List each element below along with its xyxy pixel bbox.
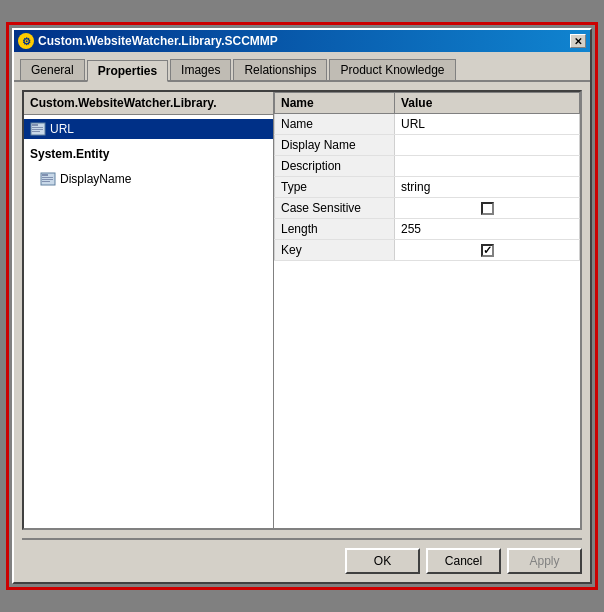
table-row: Typestring	[275, 177, 580, 198]
prop-value-5: 255	[395, 219, 580, 240]
prop-name-5: Length	[275, 219, 395, 240]
prop-value-0: URL	[395, 114, 580, 135]
tab-images[interactable]: Images	[170, 59, 231, 80]
window-title: Custom.WebsiteWatcher.Library.SCCMMP	[38, 34, 278, 48]
table-row: Case Sensitive	[275, 198, 580, 219]
tree-item-displayname[interactable]: DisplayName	[24, 169, 273, 189]
tree-section-main: URL	[24, 115, 273, 143]
svg-rect-2	[32, 127, 43, 128]
tabs-bar: General Properties Images Relationships …	[14, 52, 590, 82]
prop-name-0: Name	[275, 114, 395, 135]
tab-product-knowledge[interactable]: Product Knowledge	[329, 59, 455, 80]
prop-name-2: Description	[275, 156, 395, 177]
col-value-header: Value	[395, 93, 580, 114]
svg-rect-7	[42, 177, 53, 178]
svg-rect-9	[42, 181, 50, 182]
system-entity-header: System.Entity	[24, 143, 273, 165]
ok-button[interactable]: OK	[345, 548, 420, 574]
displayname-label: DisplayName	[60, 172, 131, 186]
tree-item-url[interactable]: URL	[24, 119, 273, 139]
prop-value-6[interactable]	[395, 240, 580, 261]
table-row: Key	[275, 240, 580, 261]
cancel-button[interactable]: Cancel	[426, 548, 501, 574]
prop-name-1: Display Name	[275, 135, 395, 156]
tab-relationships[interactable]: Relationships	[233, 59, 327, 80]
dialog-window: ⚙ Custom.WebsiteWatcher.Library.SCCMMP ✕…	[12, 28, 592, 584]
close-button[interactable]: ✕	[570, 34, 586, 48]
col-name-header: Name	[275, 93, 395, 114]
left-panel-header: Custom.WebsiteWatcher.Library.	[24, 92, 273, 115]
prop-name-3: Type	[275, 177, 395, 198]
checked-checkbox[interactable]	[481, 244, 494, 257]
svg-rect-8	[42, 179, 53, 180]
left-panel: Custom.WebsiteWatcher.Library.	[24, 92, 274, 528]
prop-name-6: Key	[275, 240, 395, 261]
prop-name-4: Case Sensitive	[275, 198, 395, 219]
table-row: Display Name	[275, 135, 580, 156]
url-icon	[30, 121, 46, 137]
unchecked-checkbox[interactable]	[481, 202, 494, 215]
content-area: Custom.WebsiteWatcher.Library.	[14, 82, 590, 538]
tab-general[interactable]: General	[20, 59, 85, 80]
title-bar: ⚙ Custom.WebsiteWatcher.Library.SCCMMP ✕	[14, 30, 590, 52]
svg-rect-3	[32, 129, 43, 130]
prop-value-1	[395, 135, 580, 156]
table-row: NameURL	[275, 114, 580, 135]
prop-value-2	[395, 156, 580, 177]
buttons-area: OK Cancel Apply	[14, 540, 590, 582]
window-icon: ⚙	[18, 33, 34, 49]
apply-button[interactable]: Apply	[507, 548, 582, 574]
tab-properties[interactable]: Properties	[87, 60, 168, 82]
properties-table: Name Value NameURLDisplay NameDescriptio…	[274, 92, 580, 261]
prop-value-3: string	[395, 177, 580, 198]
table-row: Length255	[275, 219, 580, 240]
svg-rect-1	[32, 124, 38, 126]
tree-section-system: DisplayName	[24, 165, 273, 193]
svg-rect-6	[42, 174, 48, 176]
outer-frame: ⚙ Custom.WebsiteWatcher.Library.SCCMMP ✕…	[6, 22, 598, 590]
svg-rect-4	[32, 131, 40, 132]
title-bar-left: ⚙ Custom.WebsiteWatcher.Library.SCCMMP	[18, 33, 278, 49]
displayname-icon	[40, 171, 56, 187]
main-panel: Custom.WebsiteWatcher.Library.	[22, 90, 582, 530]
right-panel: Name Value NameURLDisplay NameDescriptio…	[274, 92, 580, 528]
table-row: Description	[275, 156, 580, 177]
url-label: URL	[50, 122, 74, 136]
prop-value-4[interactable]	[395, 198, 580, 219]
